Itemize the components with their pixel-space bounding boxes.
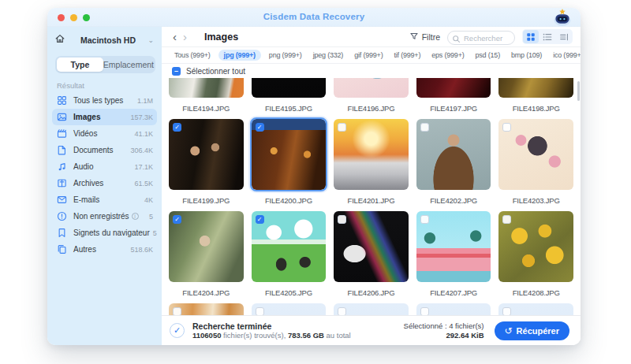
- file-checkbox[interactable]: ✓: [256, 215, 264, 224]
- format-tab-Tous[interactable]: Tous (999+): [171, 50, 214, 61]
- format-tab-eps[interactable]: eps (999+): [428, 50, 467, 61]
- select-all-checkbox[interactable]: –: [172, 67, 181, 76]
- file-checkbox[interactable]: ✓: [173, 215, 181, 224]
- file-checkbox[interactable]: [420, 123, 429, 132]
- back-button[interactable]: ‹: [170, 32, 180, 43]
- file-cell[interactable]: [169, 303, 244, 315]
- filter-button[interactable]: Filtre: [409, 32, 440, 43]
- sidebar-item-autres[interactable]: Autres518.6K: [52, 241, 157, 258]
- sidebar-item-tous-les-types[interactable]: Tous les types1.1M: [52, 92, 157, 109]
- sidebar-tab-switcher: TypeEmplacement: [55, 56, 155, 73]
- file-thumbnail[interactable]: [416, 119, 491, 190]
- file-checkbox[interactable]: [502, 123, 511, 132]
- segment-type[interactable]: Type: [57, 58, 103, 72]
- file-cell[interactable]: FILE4195.JPG: [252, 78, 327, 119]
- search-box: [447, 30, 515, 44]
- format-tab-jpg[interactable]: jpg (999+): [218, 50, 261, 61]
- forward-button[interactable]: ›: [180, 32, 190, 43]
- format-tab-ico[interactable]: ico (999+): [550, 50, 581, 61]
- magnifier-icon: [452, 32, 461, 46]
- file-cell[interactable]: FILE4207.JPG: [416, 211, 491, 303]
- file-thumbnail[interactable]: [416, 211, 491, 282]
- file-checkbox[interactable]: [338, 307, 346, 315]
- file-cell[interactable]: FILE4194.JPG: [169, 78, 244, 119]
- sidebar-item-audio[interactable]: Audio17.1K: [52, 158, 157, 175]
- file-checkbox[interactable]: [502, 307, 511, 315]
- file-thumbnail[interactable]: ✓: [252, 119, 327, 190]
- file-thumbnail[interactable]: [498, 78, 573, 98]
- file-thumbnail[interactable]: [334, 211, 409, 282]
- file-cell[interactable]: [498, 303, 573, 315]
- format-tab-gif[interactable]: gif (999+): [351, 50, 386, 61]
- file-checkbox[interactable]: [420, 215, 429, 224]
- file-cell[interactable]: ✓FILE4205.JPG: [252, 211, 327, 303]
- file-cell[interactable]: [252, 303, 327, 315]
- file-thumbnail[interactable]: ✓: [169, 119, 244, 190]
- format-tab-jpeg[interactable]: jpeg (332): [310, 50, 347, 61]
- sidebar-item-vid-os[interactable]: Vidéos41.1K: [52, 125, 157, 142]
- sidebar-item-count: 41.1K: [131, 130, 153, 138]
- robot-mascot-icon: [551, 9, 574, 30]
- sidebar-item-non-enregistr-s[interactable]: Non enregistrési5: [52, 208, 157, 225]
- file-cell[interactable]: FILE4201.JPG: [334, 119, 409, 211]
- list-view-button[interactable]: [540, 30, 555, 43]
- segment-emplacement[interactable]: Emplacement: [103, 58, 154, 72]
- file-checkbox[interactable]: ✓: [173, 123, 181, 132]
- file-checkbox[interactable]: [502, 215, 511, 224]
- file-cell[interactable]: FILE4198.JPG: [498, 78, 573, 119]
- file-cell[interactable]: [334, 303, 409, 315]
- file-checkbox[interactable]: [256, 307, 264, 315]
- file-thumbnail[interactable]: [169, 303, 244, 315]
- file-thumbnail[interactable]: ✓: [252, 211, 327, 282]
- recover-button[interactable]: ↺ Récupérer: [495, 321, 569, 340]
- grid-view-button[interactable]: [523, 30, 539, 43]
- file-cell[interactable]: FILE4196.JPG: [334, 78, 409, 119]
- file-thumbnail[interactable]: [169, 78, 244, 98]
- file-checkbox[interactable]: [338, 215, 346, 224]
- file-thumbnail[interactable]: [498, 211, 573, 282]
- drive-selector[interactable]: Macintosh HD ⌄: [47, 27, 162, 50]
- sidebar-item-documents[interactable]: Documents306.4K: [52, 142, 157, 158]
- file-thumbnail[interactable]: [416, 303, 491, 315]
- file-thumbnail[interactable]: [498, 119, 573, 190]
- format-tab-psd[interactable]: psd (15): [472, 50, 503, 61]
- file-cell[interactable]: [416, 303, 491, 315]
- sidebar-item-archives[interactable]: Archives61.5K: [52, 175, 157, 191]
- file-cell[interactable]: FILE4206.JPG: [334, 211, 409, 303]
- select-all-row[interactable]: – Sélectionner tout: [172, 66, 581, 76]
- sidebar-item-label: E-mails: [73, 195, 99, 204]
- file-thumbnail[interactable]: [334, 78, 409, 98]
- selected-count: Sélectionné : 4 fichier(s): [404, 321, 484, 331]
- info-icon: i: [132, 213, 139, 220]
- file-cell[interactable]: FILE4202.JPG: [416, 119, 491, 211]
- format-tab-png[interactable]: png (999+): [266, 50, 305, 61]
- file-thumbnail[interactable]: ✓: [169, 211, 244, 282]
- file-thumbnail[interactable]: [334, 303, 409, 315]
- sidebar-item-images[interactable]: Images157.3K: [52, 109, 157, 125]
- sidebar-item-signets-du-navigateur[interactable]: Signets du navigateur5: [52, 225, 157, 241]
- file-thumbnail[interactable]: [252, 303, 327, 315]
- file-cell[interactable]: FILE4197.JPG: [416, 78, 491, 119]
- file-cell[interactable]: FILE4208.JPG: [498, 211, 573, 303]
- file-cell[interactable]: FILE4203.JPG: [498, 119, 573, 211]
- filter-label: Filtre: [422, 32, 440, 42]
- sidebar-item-count: 61.5K: [131, 180, 153, 188]
- file-name: FILE4199.JPG: [169, 190, 244, 211]
- file-thumbnail[interactable]: [416, 78, 491, 98]
- file-checkbox[interactable]: [338, 123, 346, 132]
- file-checkbox[interactable]: ✓: [256, 123, 264, 132]
- file-checkbox[interactable]: [420, 307, 429, 315]
- file-thumbnail[interactable]: [498, 303, 573, 315]
- format-tab-tif[interactable]: tif (999+): [390, 50, 424, 61]
- scrollbar-thumb[interactable]: [577, 81, 580, 101]
- format-tab-bmp[interactable]: bmp (109): [508, 50, 545, 61]
- file-thumbnail[interactable]: [252, 78, 327, 98]
- bookmark-icon: [57, 228, 68, 239]
- file-thumbnail[interactable]: [334, 119, 409, 190]
- file-cell[interactable]: ✓FILE4204.JPG: [169, 211, 244, 303]
- column-view-button[interactable]: [556, 30, 572, 43]
- file-cell[interactable]: ✓FILE4200.JPG: [252, 119, 327, 211]
- file-cell[interactable]: ✓FILE4199.JPG: [169, 119, 244, 211]
- sidebar-item-e-mails[interactable]: E-mails4K: [52, 191, 157, 208]
- file-checkbox[interactable]: [173, 307, 181, 315]
